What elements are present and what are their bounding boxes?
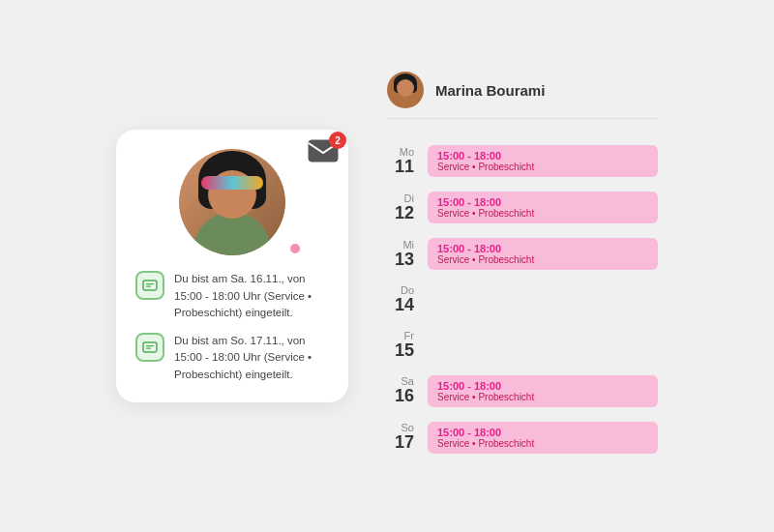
day-num-di: 12 (395, 204, 414, 223)
schedule-header: Marina Bourami (387, 72, 658, 119)
event-time-mi: 15:00 - 18:00 (437, 243, 648, 254)
schedule-person-name: Marina Bourami (435, 82, 545, 99)
message-icon-1 (135, 271, 164, 300)
online-dot (288, 242, 302, 255)
svg-rect-3 (146, 286, 151, 287)
schedule-event-mo[interactable]: 15:00 - 18:00 Service • Probeschicht (428, 145, 658, 177)
schedule-row-do: Do 14 (387, 278, 658, 323)
day-num-mo: 11 (395, 158, 414, 177)
profile-card: 2 (116, 130, 348, 402)
event-label-mi: Service • Probeschicht (437, 254, 648, 265)
schedule-avatar (387, 72, 424, 108)
event-time-sa: 15:00 - 18:00 (437, 380, 648, 392)
day-num-so: 17 (395, 433, 414, 453)
message-item-1: Du bist am Sa. 16.11., von 15:00 - 18:00… (135, 271, 329, 321)
schedule-rows: Mo 11 15:00 - 18:00 Service • Probeschic… (387, 138, 658, 460)
schedule-event-sa[interactable]: 15:00 - 18:00 Service • Probeschicht (428, 375, 658, 407)
event-label-so: Service • Probeschicht (437, 438, 648, 449)
schedule-row-mi: Mi 13 15:00 - 18:00 Service • Probeschic… (387, 231, 658, 278)
schedule-event-so[interactable]: 15:00 - 18:00 Service • Probeschicht (428, 422, 658, 454)
avatar-headband (201, 176, 263, 190)
schedule-row-di: Di 12 15:00 - 18:00 Service • Probeschic… (387, 185, 658, 231)
schedule-event-mi[interactable]: 15:00 - 18:00 Service • Probeschicht (428, 238, 658, 270)
day-num-mi: 13 (395, 251, 414, 270)
message-icon-2 (135, 333, 164, 362)
day-label-fr: Fr 15 (387, 330, 414, 361)
event-time-so: 15:00 - 18:00 (437, 427, 648, 438)
event-time-mo: 15:00 - 18:00 (437, 150, 648, 162)
message-item-2: Du bist am So. 17.11., von 15:00 - 18:00… (135, 333, 329, 383)
avatar-wrapper (135, 149, 329, 255)
event-time-di: 15:00 - 18:00 (437, 196, 648, 208)
day-abbr-mo: Mo (400, 146, 414, 158)
day-label-so: So 17 (387, 422, 414, 453)
schedule-section: Marina Bourami Mo 11 15:00 - 18:00 Servi… (387, 72, 658, 460)
day-label-do: Do 14 (387, 284, 414, 315)
day-label-sa: Sa 16 (387, 375, 414, 406)
schedule-event-di[interactable]: 15:00 - 18:00 Service • Probeschicht (428, 192, 658, 223)
event-label-mo: Service • Probeschicht (437, 162, 648, 172)
schedule-row-so: So 17 15:00 - 18:00 Service • Probeschic… (387, 415, 658, 460)
event-label-sa: Service • Probeschicht (437, 392, 648, 402)
svg-rect-5 (146, 345, 154, 346)
svg-rect-4 (143, 342, 157, 352)
day-label-mo: Mo 11 (387, 146, 414, 177)
day-num-sa: 16 (395, 387, 414, 406)
day-abbr-mi: Mi (402, 239, 414, 251)
schedule-row-sa: Sa 16 15:00 - 18:00 Service • Probeschic… (387, 369, 658, 415)
message-text-1: Du bist am Sa. 16.11., von 15:00 - 18:00… (174, 271, 329, 321)
avatar (179, 149, 285, 255)
event-label-di: Service • Probeschicht (437, 208, 648, 219)
day-num-fr: 15 (395, 341, 414, 361)
svg-rect-1 (143, 281, 157, 290)
message-text-2: Du bist am So. 17.11., von 15:00 - 18:00… (174, 333, 329, 383)
svg-rect-6 (146, 348, 151, 349)
avatar-image (179, 149, 285, 255)
day-num-do: 14 (395, 296, 414, 315)
svg-rect-2 (146, 283, 154, 284)
mail-badge: 2 (329, 132, 346, 149)
schedule-row-mo: Mo 11 15:00 - 18:00 Service • Probeschic… (387, 138, 658, 185)
day-abbr-di: Di (404, 192, 414, 204)
day-label-mi: Mi 13 (387, 239, 414, 270)
schedule-row-fr: Fr 15 (387, 323, 658, 369)
day-label-di: Di 12 (387, 192, 414, 223)
app-container: 2 (0, 0, 774, 532)
messages-list: Du bist am Sa. 16.11., von 15:00 - 18:00… (135, 271, 329, 383)
